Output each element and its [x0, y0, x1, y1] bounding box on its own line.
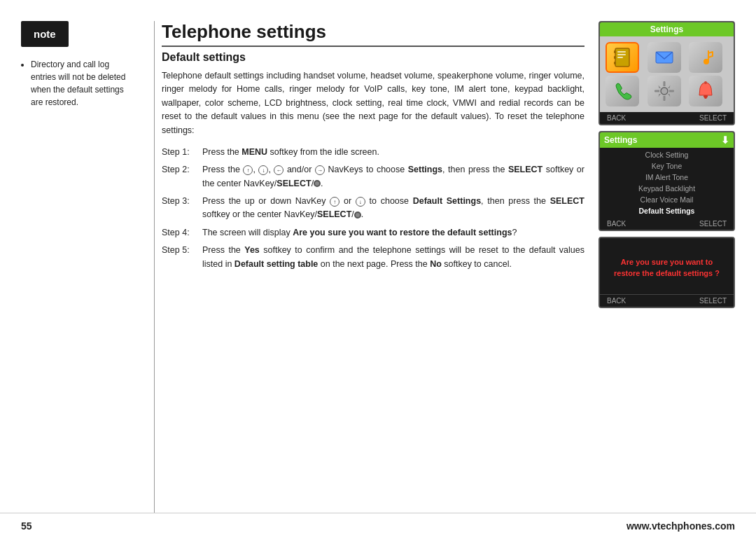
svg-rect-6 — [614, 62, 616, 64]
phone-screen-2-header: Settings ⬇ — [600, 132, 734, 148]
svg-rect-16 — [704, 81, 707, 84]
svg-rect-10 — [663, 81, 665, 86]
step-2-text: Press the ↑, ↓, ← and/or → NavKeys to ch… — [202, 163, 584, 191]
step-5: Step 5: Press the Yes softkey to confirm… — [162, 244, 584, 271]
steps-container: Step 1: Press the MENU softkey from the … — [162, 146, 584, 271]
phone-screen-3-softkeys: BACK SELECT — [600, 294, 734, 307]
step-3-label: Step 3: — [162, 195, 202, 208]
svg-rect-13 — [669, 90, 674, 92]
phone-icon-phone — [606, 76, 639, 106]
step-1: Step 1: Press the MENU softkey from the … — [162, 146, 584, 159]
phone-icon-settings — [648, 76, 681, 106]
footer: 55 www.vtechphones.com — [0, 513, 756, 540]
phone-screen-1: Settings — [598, 21, 735, 125]
phone-screen-2-title: Settings — [604, 135, 637, 145]
page-title: Telephone settings — [162, 21, 584, 47]
phone-screen-1-softkeys: BACK SELECT — [600, 112, 734, 124]
phone-screen-2: Settings ⬇ Clock Setting Key Tone IM Ale… — [598, 131, 735, 231]
softkey-back-2[interactable]: BACK — [607, 220, 626, 228]
menu-item-keytone[interactable]: Key Tone — [600, 160, 734, 172]
vertical-divider — [154, 21, 155, 513]
note-list-item: Directory and call log entries will not … — [31, 58, 133, 109]
step-4-label: Step 4: — [162, 226, 202, 240]
phone-screen-2-softkeys: BACK SELECT — [600, 218, 734, 230]
svg-rect-11 — [663, 96, 665, 101]
website: www.vtechphones.com — [626, 520, 735, 532]
phone-icons-grid — [600, 36, 734, 112]
menu-item-voicemail[interactable]: Clear Voice Mail — [600, 194, 734, 205]
step-5-text: Press the Yes softkey to confirm and the… — [202, 244, 584, 271]
svg-rect-2 — [617, 54, 626, 55]
softkey-back-3[interactable]: BACK — [607, 297, 626, 305]
step-1-text: Press the MENU softkey from the idle scr… — [202, 146, 584, 159]
phone-confirm-body: Are you sure you want to restore the def… — [600, 238, 734, 294]
step-3: Step 3: Press the up or down NavKey ↑ or… — [162, 195, 584, 222]
phone-icon-addressbook — [606, 42, 639, 73]
step-4: Step 4: The screen will display Are you … — [162, 226, 584, 240]
phone-screen-1-header: Settings — [600, 22, 734, 36]
phone-confirm-text: Are you sure you want to restore the def… — [607, 256, 727, 279]
phone-icon-envelope — [648, 42, 681, 73]
center-content: Telephone settings Default settings Tele… — [162, 21, 598, 513]
phone-menu-list: Clock Setting Key Tone IM Alert Tone Key… — [600, 148, 734, 218]
svg-point-9 — [661, 88, 668, 95]
svg-rect-3 — [617, 57, 623, 58]
softkey-back-1[interactable]: BACK — [607, 114, 626, 122]
step-2: Step 2: Press the ↑, ↓, ← and/or → NavKe… — [162, 163, 584, 191]
svg-rect-5 — [614, 56, 616, 59]
svg-point-8 — [704, 60, 708, 64]
page-number: 55 — [21, 520, 32, 532]
left-sidebar: note Directory and call log entries will… — [21, 21, 133, 513]
step-1-label: Step 1: — [162, 146, 202, 159]
phone-icon-music — [689, 42, 722, 73]
step-4-text: The screen will display Are you sure you… — [202, 226, 584, 240]
note-label: note — [21, 21, 69, 47]
menu-item-backlight[interactable]: Keypad Backlight — [600, 183, 734, 194]
phone-screen-3: Are you sure you want to restore the def… — [598, 237, 735, 308]
scroll-indicator: ⬇ — [721, 134, 729, 146]
right-panel: Settings — [598, 21, 735, 513]
svg-rect-4 — [614, 50, 616, 53]
main-content: note Directory and call log entries will… — [0, 0, 756, 513]
softkey-select-1[interactable]: SELECT — [699, 114, 727, 122]
menu-item-imalert[interactable]: IM Alert Tone — [600, 172, 734, 183]
svg-rect-12 — [654, 90, 659, 92]
softkey-select-3[interactable]: SELECT — [699, 297, 727, 305]
step-5-label: Step 5: — [162, 244, 202, 257]
page-container: note Directory and call log entries will… — [0, 0, 756, 540]
svg-point-15 — [704, 96, 707, 99]
section-title: Default settings — [162, 51, 584, 64]
intro-text: Telephone default settings including han… — [162, 69, 584, 137]
note-text: Directory and call log entries will not … — [21, 58, 133, 109]
step-2-label: Step 2: — [162, 163, 202, 176]
menu-item-default[interactable]: Default Settings — [600, 205, 734, 216]
svg-rect-1 — [617, 51, 626, 53]
softkey-select-2[interactable]: SELECT — [699, 220, 727, 228]
step-3-text: Press the up or down NavKey ↑ or ↓ to ch… — [202, 195, 584, 222]
menu-item-clock[interactable]: Clock Setting — [600, 149, 734, 160]
phone-icon-bell — [689, 76, 722, 106]
